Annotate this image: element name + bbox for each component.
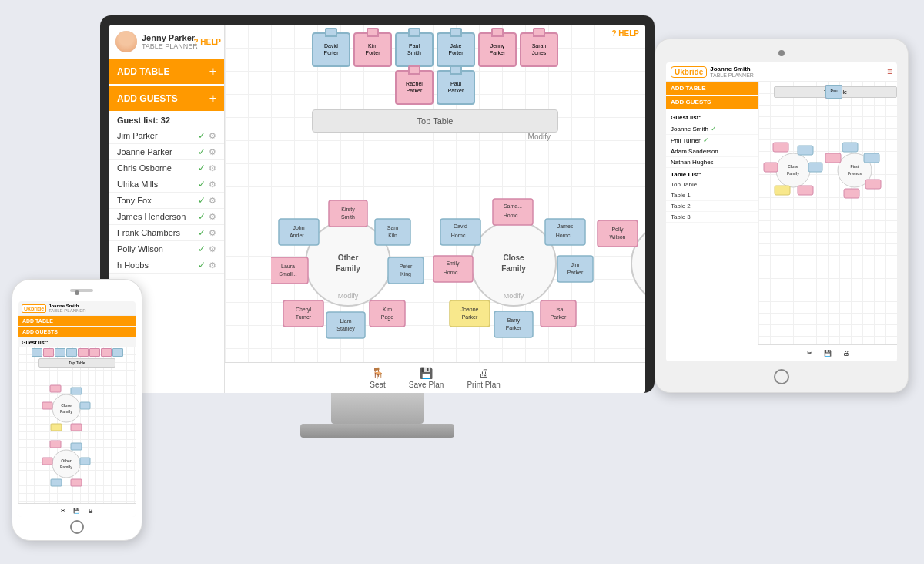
svg-text:Close: Close (788, 164, 798, 169)
svg-rect-79 (798, 146, 813, 155)
tablet-home-button[interactable] (774, 369, 789, 384)
gear-icon[interactable]: ⚙ (209, 163, 216, 173)
seat-card[interactable]: RachelParker (395, 70, 434, 105)
gear-icon[interactable]: ⚙ (209, 260, 216, 270)
tablet-body: ADD TABLE ADD GUESTS Guest list: Joanne … (666, 82, 897, 361)
tablet-logo: Ukbride (671, 66, 707, 78)
svg-text:Stanley: Stanley (336, 326, 355, 332)
svg-text:Family: Family (336, 264, 360, 273)
mini-first-friends: First Friends (824, 139, 870, 186)
add-table-button[interactable]: ADD TABLE + (109, 59, 224, 84)
seat-card[interactable]: SarahJones (520, 32, 558, 67)
modify-link[interactable]: Modify (296, 133, 574, 141)
svg-rect-25 (279, 219, 319, 245)
seat-tool-button[interactable]: 🪑 Seat (370, 367, 386, 389)
mini-seat (43, 348, 54, 357)
svg-rect-82 (775, 186, 790, 195)
svg-rect-96 (71, 388, 82, 394)
plus-icon: + (209, 65, 216, 79)
check-icon: ✓ (703, 136, 709, 144)
tablet-add-guests-button[interactable]: ADD GUESTS (666, 96, 758, 109)
seat-card[interactable]: JakePorter (437, 32, 475, 67)
phone-seat-icon[interactable]: ✂ (61, 508, 65, 514)
tablet-add-table-button[interactable]: ADD TABLE (666, 82, 758, 95)
top-table-rect: Top Table (312, 109, 558, 133)
svg-text:Family: Family (501, 264, 526, 273)
list-item: Polly Wilson ✓ ⚙ (109, 241, 224, 257)
save-plan-button[interactable]: 💾 Save Plan (409, 367, 444, 389)
list-item: James Henderson ✓ ⚙ (109, 209, 224, 225)
phone-print-icon[interactable]: 🖨 (88, 508, 93, 513)
list-item: Ulrika Mills ✓ ⚙ (109, 176, 224, 193)
gear-icon[interactable]: ⚙ (209, 180, 216, 190)
mini-seat (101, 348, 112, 357)
gear-icon[interactable]: ⚙ (209, 196, 216, 206)
svg-text:Parker: Parker (462, 314, 478, 320)
svg-text:Kim: Kim (383, 307, 392, 312)
gear-icon[interactable]: ⚙ (209, 147, 216, 157)
main-canvas: ? HELP DavidPorter KimPorter PaulSmith J… (225, 25, 645, 393)
svg-rect-97 (80, 402, 90, 409)
tablet-camera (778, 50, 785, 56)
mini-seat (32, 348, 42, 357)
app-screen: Jenny Parker TABLE PLANNER ? HELP ADD TA… (109, 25, 645, 393)
svg-text:Jim: Jim (571, 262, 580, 267)
svg-rect-91 (825, 153, 841, 163)
phone-add-table-button[interactable]: ADD TABLE (18, 316, 136, 326)
svg-text:Close: Close (503, 253, 524, 262)
help-button[interactable]: ? HELP (193, 38, 221, 46)
phone-home-button[interactable] (70, 520, 84, 534)
list-item: h Hobbs ✓ ⚙ (109, 257, 224, 274)
svg-rect-105 (71, 443, 82, 450)
svg-rect-104 (50, 441, 61, 448)
phone-logo: Ukbride (22, 304, 46, 313)
seat-card[interactable]: PaulSmith (395, 32, 434, 67)
svg-rect-100 (42, 402, 52, 409)
seat-card[interactable]: KimPorter (353, 32, 392, 67)
phone-add-guests-button[interactable]: ADD GUESTS (18, 327, 136, 337)
mini-seat (89, 348, 100, 357)
list-item: Joanne Smith ✓ (666, 123, 758, 135)
mini-top-table-area: Dav Kim Pau Jak Jen Sar Rac Pau Top Tabl… (774, 85, 894, 98)
phone-save-icon[interactable]: 💾 (73, 508, 80, 514)
svg-rect-44 (494, 311, 533, 337)
mini-seat (112, 348, 123, 357)
tablet-save-icon[interactable]: 💾 (824, 350, 832, 357)
svg-rect-90 (844, 189, 859, 198)
svg-rect-99 (51, 424, 62, 431)
check-icon: ✓ (198, 179, 206, 190)
svg-rect-63 (598, 220, 638, 247)
svg-text:Close: Close (61, 403, 72, 408)
close-family-table: Close Family Modify Sama... Hornc... J (433, 186, 594, 359)
mini-seat: Pau (825, 85, 842, 99)
gear-icon[interactable]: ⚙ (209, 244, 216, 254)
tablet-print-icon[interactable]: 🖨 (843, 350, 849, 357)
svg-text:Sama...: Sama... (504, 203, 522, 209)
tablet-seat-icon[interactable]: ✂ (807, 350, 812, 357)
seat-card[interactable]: PaulParker (437, 70, 475, 105)
svg-text:Family: Family (60, 465, 72, 469)
phone-top-table-label: Top Table (38, 358, 116, 368)
print-icon: 🖨 (478, 367, 489, 379)
phone-screen: Ukbride Joanne Smith TABLE PLANNER ADD T… (18, 301, 136, 517)
help-text[interactable]: ? HELP (611, 29, 639, 38)
phone-top-table: Top Table (20, 348, 134, 368)
phone-user: Joanne Smith TABLE PLANNER (49, 304, 132, 313)
add-guests-button[interactable]: ADD GUESTS + (109, 86, 224, 111)
svg-rect-98 (71, 424, 82, 431)
svg-rect-4 (329, 200, 367, 227)
svg-rect-41 (541, 300, 576, 327)
phone-canvas: Top Table Close Family (18, 347, 136, 503)
guest-list-title: Guest list: 32 (109, 111, 224, 128)
print-plan-button[interactable]: 🖨 Print Plan (467, 367, 500, 389)
svg-text:Liam: Liam (340, 318, 351, 324)
svg-text:Joanne: Joanne (461, 307, 479, 312)
tablet-device: Ukbride Joanne Smith TABLE PLANNER ≡ ADD… (654, 39, 909, 393)
seat-card[interactable]: JennyParker (478, 32, 517, 67)
gear-icon[interactable]: ⚙ (209, 131, 216, 141)
gear-icon[interactable]: ⚙ (209, 228, 216, 238)
menu-icon[interactable]: ≡ (887, 66, 892, 77)
first-friends-svg: First Friends Modify Chris Osbor... Po (594, 186, 645, 348)
seat-card[interactable]: DavidPorter (312, 32, 350, 67)
gear-icon[interactable]: ⚙ (209, 212, 216, 222)
